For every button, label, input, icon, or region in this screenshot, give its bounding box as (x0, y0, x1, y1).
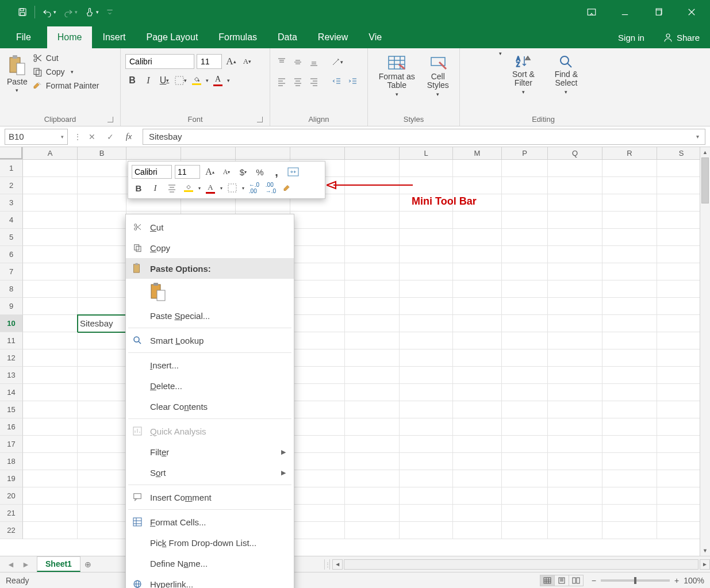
cell[interactable] (78, 229, 126, 246)
cell[interactable] (602, 229, 657, 246)
cell[interactable] (345, 487, 400, 505)
cell[interactable] (657, 298, 706, 315)
enter-formula[interactable]: ✓ (101, 129, 120, 145)
cell[interactable] (23, 453, 78, 470)
cell[interactable] (502, 263, 548, 280)
mtb-font-size[interactable] (175, 165, 200, 179)
ctx-sort[interactable]: Sort▶ (126, 462, 294, 483)
cell[interactable] (345, 194, 400, 212)
cell[interactable] (78, 246, 126, 263)
row-header[interactable]: 15 (0, 401, 23, 418)
view-page-break[interactable] (569, 575, 584, 586)
cell[interactable] (453, 505, 502, 522)
window-close[interactable] (680, 0, 703, 24)
format-painter-button[interactable]: Format Painter (32, 80, 99, 91)
name-box[interactable]: B10▾ (5, 129, 68, 145)
zoom-level[interactable]: 100% (684, 576, 704, 585)
row-header[interactable]: 8 (0, 280, 23, 298)
column-header[interactable]: P (502, 147, 548, 159)
ctx-paste-special[interactable]: Paste Special... (126, 305, 294, 326)
row-header[interactable]: 4 (0, 212, 23, 229)
cell[interactable] (78, 280, 126, 298)
increase-font-size[interactable]: A▴ (224, 55, 238, 68)
column-header[interactable] (345, 147, 400, 159)
cell[interactable] (78, 522, 126, 539)
cut-button[interactable]: Cut (32, 53, 99, 63)
cell[interactable] (502, 436, 548, 453)
cell[interactable] (657, 280, 706, 298)
cell[interactable] (453, 470, 502, 487)
bold-button[interactable]: B (125, 74, 139, 87)
cell[interactable] (602, 453, 657, 470)
scroll-up[interactable]: ▲ (700, 147, 710, 157)
clipboard-dialog-launcher[interactable] (108, 117, 113, 122)
cell[interactable] (548, 349, 602, 367)
align-middle[interactable] (291, 55, 305, 69)
cell[interactable] (400, 418, 453, 436)
cell[interactable] (400, 367, 453, 384)
cell[interactable] (78, 436, 126, 453)
mtb-format-painter[interactable] (281, 181, 294, 195)
align-left[interactable] (275, 75, 289, 89)
mtb-font-name[interactable] (132, 165, 172, 179)
cell[interactable] (400, 349, 453, 367)
cell[interactable] (345, 280, 400, 298)
cell[interactable] (602, 246, 657, 263)
row-header[interactable]: 21 (0, 505, 23, 522)
find-select-button[interactable]: Find & Select▾ (545, 51, 588, 95)
cell[interactable] (453, 349, 502, 367)
cell[interactable] (345, 332, 400, 349)
cell[interactable] (657, 367, 706, 384)
insert-function[interactable]: fx (120, 129, 138, 145)
cell[interactable] (502, 160, 548, 177)
mtb-percent[interactable]: % (253, 165, 267, 179)
cell[interactable] (453, 453, 502, 470)
cell[interactable] (602, 384, 657, 401)
cell[interactable] (502, 229, 548, 246)
copy-button[interactable]: Copy▾ (32, 67, 99, 77)
share-button[interactable]: Share (653, 26, 710, 48)
cell[interactable] (602, 470, 657, 487)
cell[interactable] (290, 315, 345, 332)
font-size-select[interactable] (197, 54, 222, 69)
row-header[interactable]: 12 (0, 349, 23, 367)
format-as-table-button[interactable]: Format as Table▾ (373, 51, 421, 97)
cell[interactable] (502, 401, 548, 418)
cell[interactable] (345, 522, 400, 539)
cell[interactable] (502, 453, 548, 470)
cell[interactable] (345, 212, 400, 229)
cell[interactable] (548, 194, 602, 212)
font-color-button[interactable]: A (211, 74, 225, 87)
row-header[interactable]: 6 (0, 246, 23, 263)
ctx-define-name[interactable]: Define Name... (126, 553, 294, 574)
cell[interactable] (453, 418, 502, 436)
cell[interactable] (78, 160, 126, 177)
cell[interactable] (78, 487, 126, 505)
cell[interactable] (502, 487, 548, 505)
tab-data[interactable]: Data (267, 26, 308, 48)
spreadsheet-grid[interactable]: ABLMPQRS 12345678910Sitesbay111213141516… (0, 147, 710, 556)
ctx-pick-from-list[interactable]: Pick From Drop-down List... (126, 532, 294, 553)
cell[interactable] (78, 177, 126, 194)
mtb-borders[interactable] (225, 181, 239, 195)
row-header[interactable]: 2 (0, 177, 23, 194)
cell[interactable] (290, 298, 345, 315)
cell[interactable] (657, 160, 706, 177)
cell[interactable] (657, 246, 706, 263)
cancel-formula[interactable]: ✕ (83, 129, 101, 145)
font-dialog-launcher[interactable] (257, 117, 263, 122)
cell[interactable] (78, 384, 126, 401)
qat-undo[interactable]: ▾ (42, 7, 56, 17)
mtb-comma[interactable]: , (270, 165, 283, 179)
cell[interactable] (657, 522, 706, 539)
align-bottom[interactable] (307, 55, 321, 69)
cell[interactable] (502, 522, 548, 539)
cell[interactable] (78, 470, 126, 487)
cell[interactable] (23, 505, 78, 522)
column-header[interactable]: S (657, 147, 706, 159)
cell[interactable] (290, 280, 345, 298)
cell[interactable] (345, 263, 400, 280)
cell[interactable] (345, 470, 400, 487)
cell[interactable] (502, 384, 548, 401)
cell[interactable] (23, 384, 78, 401)
